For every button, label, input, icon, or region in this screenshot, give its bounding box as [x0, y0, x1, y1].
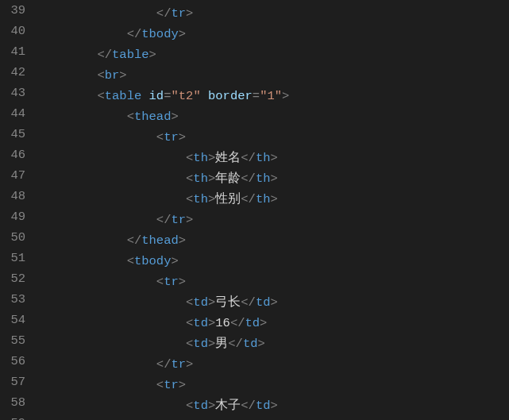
line-number: 54 — [0, 310, 25, 330]
line-number: 51 — [0, 248, 25, 268]
line-number: 58 — [0, 392, 25, 413]
code-line[interactable]: <tr> — [38, 272, 509, 292]
line-number-gutter: 3940414243444546474849505152535455565758… — [0, 0, 38, 420]
code-line[interactable]: </tr> — [38, 210, 509, 230]
code-line[interactable]: <th>性别</th> — [38, 189, 509, 210]
code-area[interactable]: <td>汉</td> </tr> </tbody> </table> <br> … — [38, 0, 509, 420]
line-number: 53 — [0, 289, 25, 310]
line-number: 55 — [0, 330, 25, 351]
line-number: 46 — [0, 144, 25, 165]
line-number: 44 — [0, 103, 25, 124]
code-line[interactable]: </table> — [38, 44, 509, 65]
line-number: 57 — [0, 372, 25, 392]
line-number: 45 — [0, 124, 25, 144]
code-line[interactable]: <th>年龄</th> — [38, 168, 509, 189]
code-line[interactable]: <th>姓名</th> — [38, 148, 509, 168]
code-line[interactable]: <tbody> — [38, 251, 509, 272]
code-line[interactable]: </thead> — [38, 230, 509, 251]
line-number: 40 — [0, 21, 25, 41]
code-line[interactable]: </tr> — [38, 354, 509, 375]
line-number: 56 — [0, 351, 25, 372]
code-line[interactable]: <td>男</td> — [38, 333, 509, 354]
code-line[interactable]: <td>16</td> — [38, 313, 509, 333]
code-line[interactable]: <tr> — [38, 127, 509, 148]
code-line[interactable]: </tr> — [38, 3, 509, 24]
code-line[interactable]: <table id="t2" border="1"> — [38, 86, 509, 106]
line-number: 49 — [0, 206, 25, 227]
line-number: 52 — [0, 268, 25, 289]
line-number: 41 — [0, 41, 25, 62]
line-number: 50 — [0, 227, 25, 248]
code-line[interactable]: <td>木子</td> — [38, 395, 509, 416]
code-line[interactable]: <br> — [38, 65, 509, 86]
line-number: 47 — [0, 165, 25, 186]
code-line[interactable]: </tbody> — [38, 24, 509, 44]
line-number: 48 — [0, 186, 25, 206]
code-line[interactable]: <tr> — [38, 375, 509, 395]
line-number: 59 — [0, 413, 25, 420]
line-number: 43 — [0, 83, 25, 103]
code-line[interactable]: <td>弓长</td> — [38, 292, 509, 313]
code-line[interactable]: <thead> — [38, 106, 509, 127]
line-number: 39 — [0, 0, 25, 21]
code-editor[interactable]: 3940414243444546474849505152535455565758… — [0, 0, 509, 420]
line-number: 42 — [0, 62, 25, 83]
